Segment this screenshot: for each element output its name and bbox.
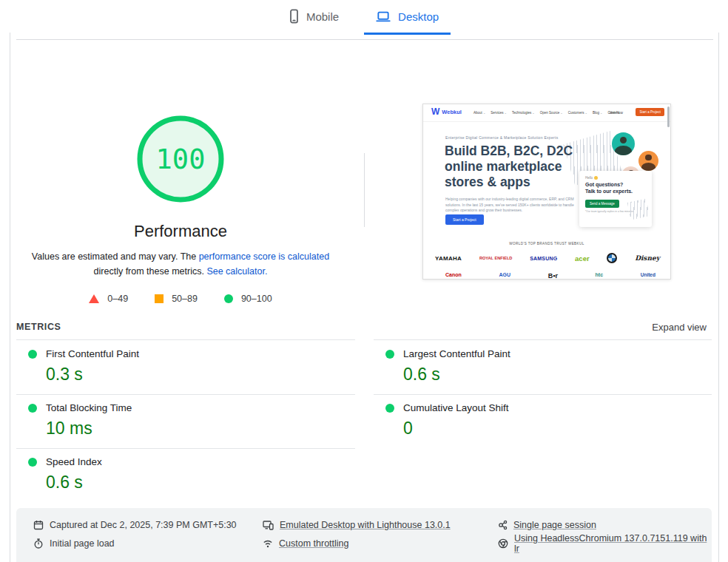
samsung-logo: SAMSUNG xyxy=(530,256,557,261)
site-nav-item: About xyxy=(473,111,485,115)
metric-cumulative-layout-shift: Cumulative Layout Shift 0 xyxy=(374,402,712,439)
brand-logo: AGU xyxy=(499,272,510,277)
expand-view-button[interactable]: Expand view xyxy=(652,322,707,333)
pass-dot-icon xyxy=(28,350,37,359)
score-calculation-link[interactable]: performance score is calculated xyxy=(199,251,329,262)
tab-desktop-label: Desktop xyxy=(398,10,439,23)
divider xyxy=(16,448,355,449)
metric-label: Largest Contentful Paint xyxy=(403,348,510,359)
chat-widget-card: Hello Got questions? Talk to our experts… xyxy=(579,171,652,227)
pass-dot-icon xyxy=(385,350,394,359)
legend-pass-range: 90–100 xyxy=(241,294,272,304)
legend-fail-range: 0–49 xyxy=(107,294,128,304)
site-logo: W Webkul xyxy=(431,107,462,116)
metric-label: Cumulative Layout Shift xyxy=(403,402,509,413)
performance-category-title: Performance xyxy=(70,222,291,241)
site-nav-item: Services xyxy=(491,111,507,115)
legend-item-pass: 90–100 xyxy=(224,294,272,304)
see-calculator-link[interactable]: See calculator. xyxy=(206,266,267,277)
disclaimer-text-1: Values are estimated and may vary. The xyxy=(32,251,199,262)
site-nav-item: Technologies xyxy=(512,111,535,115)
brand-logo-row: YAMAHA ROYAL ENFIELD SAMSUNG acer Disney xyxy=(435,250,660,266)
pass-dot-icon xyxy=(385,404,394,413)
pass-dot-icon xyxy=(28,404,37,413)
site-nav-item: Customers xyxy=(568,111,587,115)
site-nav-item: Open Source xyxy=(540,111,563,115)
brand-logo-row-2: Canon AGU B▪r htc United xyxy=(445,272,655,280)
average-square-icon xyxy=(155,294,164,303)
expert-avatar xyxy=(612,132,635,155)
metric-label: Total Blocking Time xyxy=(46,402,132,413)
network-throttling-icon xyxy=(263,538,273,549)
device-tabbar: Mobile Desktop xyxy=(0,0,728,35)
legend-average-range: 50–89 xyxy=(172,294,198,304)
session-icon xyxy=(498,520,508,530)
tab-mobile[interactable]: Mobile xyxy=(277,0,351,35)
metric-value: 10 ms xyxy=(16,419,355,439)
disney-logo: Disney xyxy=(635,254,660,262)
site-header: W Webkul About Services Technologies Ope… xyxy=(423,104,670,122)
browser-version-label: Using HeadlessChromium 137.0.7151.119 wi… xyxy=(514,533,712,554)
emulated-device-item[interactable]: Emulated Desktop with Lighthouse 13.0.1 xyxy=(263,516,498,534)
divider xyxy=(374,394,712,395)
throttling-item[interactable]: Custom throttling xyxy=(263,535,498,552)
brand-logo: United xyxy=(641,272,655,277)
chat-line-2: Talk to our experts. xyxy=(585,189,647,195)
calendar-icon xyxy=(33,520,44,530)
metric-label: Speed Index xyxy=(46,456,102,467)
metric-value: 0.3 s xyxy=(16,365,355,385)
chat-greeting-text: Hello xyxy=(585,176,593,180)
divider xyxy=(16,394,355,395)
disclaimer-text-2: directly from these metrics. xyxy=(94,266,207,277)
tab-desktop[interactable]: Desktop xyxy=(364,0,451,35)
score-disclaimer: Values are estimated and may vary. The p… xyxy=(18,249,343,279)
stopwatch-icon xyxy=(33,538,44,549)
capture-info-footer: Captured at Dec 2, 2025, 7:39 PM GMT+5:3… xyxy=(16,508,712,562)
decorative-stripes xyxy=(627,199,650,220)
wave-emoji-icon xyxy=(594,176,598,180)
thumbnail-scrollbar xyxy=(667,106,670,127)
browser-version-item[interactable]: Using HeadlessChromium 137.0.7151.119 wi… xyxy=(498,535,712,552)
metric-value: 0.6 s xyxy=(16,473,355,492)
throttling-label: Custom throttling xyxy=(279,538,348,549)
session-type-label: Single page session xyxy=(513,520,596,530)
mobile-phone-icon xyxy=(289,9,299,24)
legend-item-average: 50–89 xyxy=(155,294,198,304)
metric-label: First Contentful Paint xyxy=(46,348,139,359)
session-type-item[interactable]: Single page session xyxy=(498,516,712,534)
tab-mobile-label: Mobile xyxy=(306,10,339,23)
send-message-button: Send a Message xyxy=(585,200,619,208)
metric-first-contentful-paint: First Contentful Paint 0.3 s xyxy=(16,348,355,385)
brand-logo: htc xyxy=(596,272,604,277)
site-nav: About Services Technologies Open Source … xyxy=(473,111,623,115)
page-load-type-label: Initial page load xyxy=(50,538,115,549)
desktop-laptop-icon xyxy=(376,11,391,22)
pagespeed-report: Mobile Desktop 100 Performance Values ar… xyxy=(0,0,728,562)
legend-item-fail: 0–49 xyxy=(89,294,128,304)
brand-logo: Canon xyxy=(445,272,462,277)
chat-line-1: Got questions? xyxy=(585,182,647,189)
performance-score-value: 100 xyxy=(137,115,224,203)
performance-score-gauge[interactable]: 100 xyxy=(137,115,224,203)
site-header-cta: Start a Project xyxy=(636,108,664,116)
chat-greeting: Hello xyxy=(585,176,647,180)
pass-dot-icon xyxy=(28,458,37,467)
site-nav-item: Blog xyxy=(593,111,602,115)
metric-value: 0.6 s xyxy=(374,365,712,385)
site-logo-text: Webkul xyxy=(442,109,462,115)
yamaha-logo: YAMAHA xyxy=(435,255,462,262)
emulated-device-label: Emulated Desktop with Lighthouse 13.0.1 xyxy=(280,520,451,530)
metric-largest-contentful-paint: Largest Contentful Paint 0.6 s xyxy=(374,348,712,385)
acer-logo: acer xyxy=(575,254,590,263)
site-hero-body: Helping companies with our industry-lead… xyxy=(445,197,587,214)
gauge-thumbnail-divider xyxy=(364,153,365,227)
divider xyxy=(16,339,355,340)
page-screenshot-thumbnail[interactable]: W Webkul About Services Technologies Ope… xyxy=(422,104,671,280)
metric-value: 0 xyxy=(374,419,712,439)
site-hero-eyebrow: Enterprise Digital Commerce & Marketplac… xyxy=(445,135,558,140)
divider xyxy=(374,339,712,340)
brands-section-title: WORLD'S TOP BRANDS TRUST WEBKUL xyxy=(423,242,670,246)
score-legend: 0–49 50–89 90–100 xyxy=(55,294,306,304)
devices-icon xyxy=(263,520,274,530)
site-hero-headline: Build B2B, B2C, D2C online marketplace s… xyxy=(445,143,589,190)
